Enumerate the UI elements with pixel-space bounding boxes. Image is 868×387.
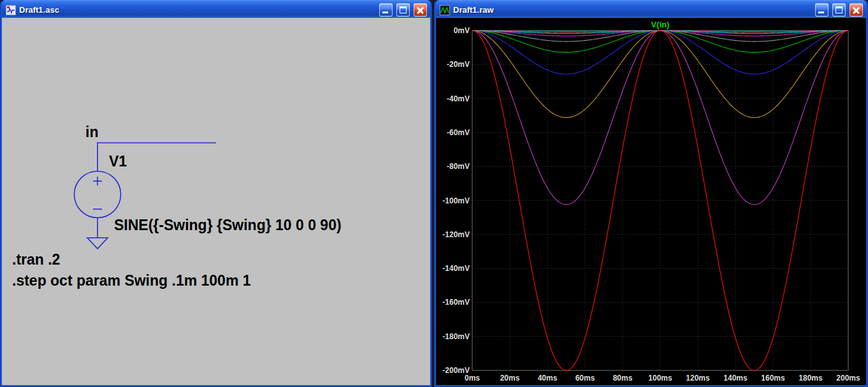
x-tick-label: 120ms — [686, 374, 710, 383]
x-tick-label: 140ms — [723, 374, 748, 383]
minimize-button[interactable] — [815, 3, 828, 17]
maximize-button[interactable] — [832, 3, 846, 17]
waveform-window-titlebar[interactable]: Draft1.raw — [436, 0, 866, 18]
y-tick-label: -120mV — [442, 230, 470, 239]
ltspice-waveform-icon — [440, 5, 450, 15]
maximize-button[interactable] — [396, 3, 410, 17]
minimize-icon — [818, 11, 824, 13]
x-tick-label: 180ms — [799, 374, 823, 383]
maximize-icon — [835, 6, 843, 13]
y-tick-label: 0mV — [454, 26, 470, 35]
x-tick-label: 160ms — [761, 374, 785, 383]
close-button[interactable] — [850, 3, 863, 17]
y-tick-label: -160mV — [442, 298, 470, 307]
trace-Swing=12.8m — [472, 31, 848, 74]
maximize-icon — [400, 6, 407, 13]
ground-symbol[interactable] — [87, 238, 108, 249]
x-tick-label: 100ms — [648, 374, 672, 383]
ltspice-schematic-icon — [6, 5, 16, 15]
y-tick-label: -100mV — [442, 196, 470, 205]
waveform-plot-pane[interactable]: 0ms20ms40ms60ms80ms100ms120ms140ms160ms1… — [436, 18, 866, 385]
y-tick-label: -200mV — [442, 366, 470, 375]
close-button[interactable] — [414, 3, 427, 17]
window-title: Draft1.asc — [19, 5, 59, 15]
schematic-canvas[interactable]: in V1 SINE({-Swing} {Swing} 10 0 0 90) .… — [2, 18, 430, 385]
minimize-icon — [382, 11, 388, 13]
component-label[interactable]: V1 — [109, 153, 127, 170]
x-tick-label: 40ms — [538, 374, 558, 383]
x-tick-label: 60ms — [575, 374, 595, 383]
x-tick-label: 20ms — [500, 374, 520, 383]
window-title: Draft1.raw — [453, 5, 494, 15]
y-tick-label: -60mV — [447, 128, 470, 137]
trace-legend-label[interactable]: V(in) — [651, 20, 670, 29]
y-tick-label: -140mV — [442, 264, 470, 273]
y-tick-label: -40mV — [447, 94, 470, 103]
y-tick-label: -180mV — [442, 332, 470, 341]
spice-directive-tran[interactable]: .tran .2 — [12, 251, 60, 268]
x-tick-label: 80ms — [613, 374, 633, 383]
component-value[interactable]: SINE({-Swing} {Swing} 10 0 0 90) — [114, 217, 342, 234]
schematic-window: Draft1.asc in V1 SINE({-Swing} {Swing} 1… — [0, 0, 432, 387]
node-label[interactable]: in — [85, 124, 98, 141]
minimize-button[interactable] — [379, 3, 393, 17]
waveform-window: Draft1.raw 0ms20ms40ms60ms80ms100ms120ms… — [434, 0, 868, 387]
waveform-plot[interactable]: 0ms20ms40ms60ms80ms100ms120ms140ms160ms1… — [436, 18, 866, 385]
schematic-window-titlebar[interactable]: Draft1.asc — [2, 0, 430, 18]
y-tick-label: -20mV — [447, 60, 470, 69]
y-tick-label: -80mV — [447, 162, 470, 171]
x-tick-label: 0ms — [465, 374, 480, 383]
x-tick-label: 200ms — [836, 374, 860, 383]
spice-directive-step[interactable]: .step oct param Swing .1m 100m 1 — [12, 272, 251, 289]
